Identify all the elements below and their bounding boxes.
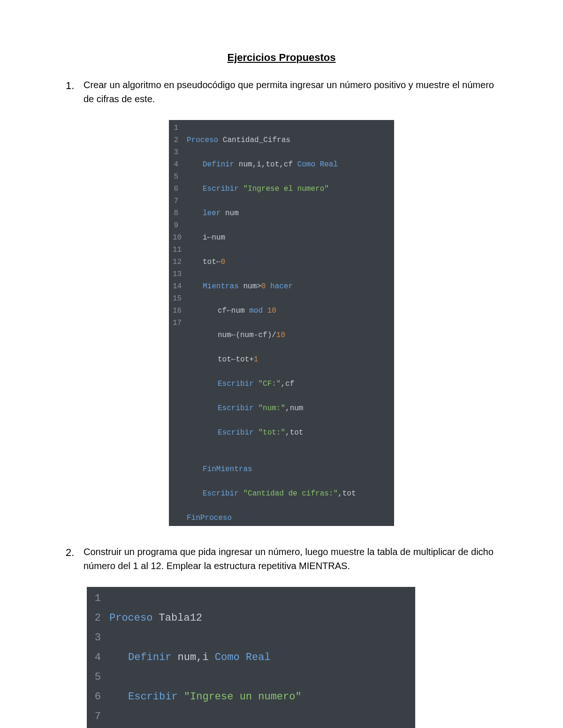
code-token: ←( (231, 331, 240, 339)
code-token: Escribir (218, 404, 258, 413)
code-token: tot (342, 489, 356, 498)
code-token: mod (249, 307, 267, 315)
code-token: 0 (261, 282, 266, 291)
code-token: , (338, 489, 342, 498)
exercise-1: 1. Crear un algoritmo en pseudocódigo qu… (66, 78, 497, 526)
exercise-2-number: 2. (66, 545, 80, 560)
code-1-gutter: 1234567891011121314151617 (169, 120, 183, 526)
code-2-gutter: 12345678910 (87, 587, 106, 728)
code-token: num,i (171, 652, 214, 663)
code-token: 10 (267, 307, 276, 315)
code-token: "Ingrese un numero" (184, 691, 302, 703)
code-block-1: 1234567891011121314151617 Proceso Cantid… (169, 120, 394, 526)
code-token: )/ (267, 331, 276, 339)
code-token: ← (207, 233, 212, 242)
code-token: ← (231, 355, 236, 364)
code-token: num (221, 209, 238, 218)
exercise-2-text: 2. Construir un programa que pida ingres… (66, 545, 497, 573)
code-1-content: Proceso Cantidad_Cifras Definir num,i,to… (183, 120, 362, 526)
code-token: - (254, 331, 259, 339)
code-token: > (257, 282, 261, 291)
code-token: 0 (221, 258, 225, 266)
code-token: Como Real (215, 652, 271, 663)
code-token: 10 (276, 331, 285, 339)
code-token: "num:" (258, 404, 285, 413)
code-token: num (290, 404, 304, 413)
code-token: Cantidad_Cifras (218, 136, 290, 144)
code-token: ← (227, 307, 231, 315)
exercise-2: 2. Construir un programa que pida ingres… (66, 545, 497, 728)
code-token: ← (216, 258, 221, 266)
code-token: cf (218, 307, 227, 315)
code-token: hacer (266, 282, 293, 291)
code-token: num (212, 233, 225, 242)
code-token: tot (290, 428, 304, 437)
code-token: "CF:" (258, 380, 281, 388)
code-token: Tabla12 (152, 612, 202, 624)
code-token: Escribir (128, 691, 184, 703)
code-token: num (243, 282, 257, 291)
code-token: tot (236, 355, 249, 364)
code-token: num,i,tot,cf (234, 160, 297, 169)
code-token: num (231, 307, 249, 315)
code-token: Definir (203, 160, 234, 169)
code-2-content: Proceso Tabla12 Definir num,i Como Real … (106, 587, 323, 728)
code-token: Escribir (218, 380, 258, 388)
code-token: leer (203, 209, 221, 218)
code-token: Escribir (203, 489, 243, 498)
code-token: Proceso (187, 136, 218, 144)
code-token: , (285, 404, 290, 413)
code-block-2: 12345678910 Proceso Tabla12 Definir num,… (87, 587, 415, 728)
code-token: , (281, 380, 285, 388)
code-token: "Ingrese el numero" (243, 185, 328, 193)
code-token: Escribir (218, 428, 258, 437)
exercise-1-text: 1. Crear un algoritmo en pseudocódigo qu… (66, 78, 497, 106)
code-token: FinMientras (203, 465, 252, 473)
exercise-1-description: Crear un algoritmo en pseudocódigo que p… (84, 78, 497, 106)
code-token: i (203, 233, 207, 242)
code-token: Proceso (109, 612, 152, 624)
code-token: , (285, 428, 290, 437)
code-token: Definir (128, 652, 171, 663)
code-token: FinProceso (187, 514, 232, 522)
code-token: "Cantidad de cifras:" (243, 489, 338, 498)
code-token: cf (258, 331, 267, 339)
code-token: num (240, 331, 254, 339)
code-token: 1 (254, 355, 259, 364)
exercise-1-number: 1. (66, 78, 80, 93)
page-title: Ejercicios Propuestos (66, 52, 497, 64)
exercise-2-description: Construir un programa que pida ingresar … (84, 545, 497, 573)
code-token: Mientras (203, 282, 243, 291)
code-token: + (249, 355, 254, 364)
code-token: tot (203, 258, 216, 266)
code-token: tot (218, 355, 231, 364)
code-token: cf (285, 380, 294, 388)
code-token: num (218, 331, 231, 339)
code-token: Como Real (297, 160, 338, 169)
code-token: "tot:" (258, 428, 285, 437)
code-token: Escribir (203, 185, 243, 193)
